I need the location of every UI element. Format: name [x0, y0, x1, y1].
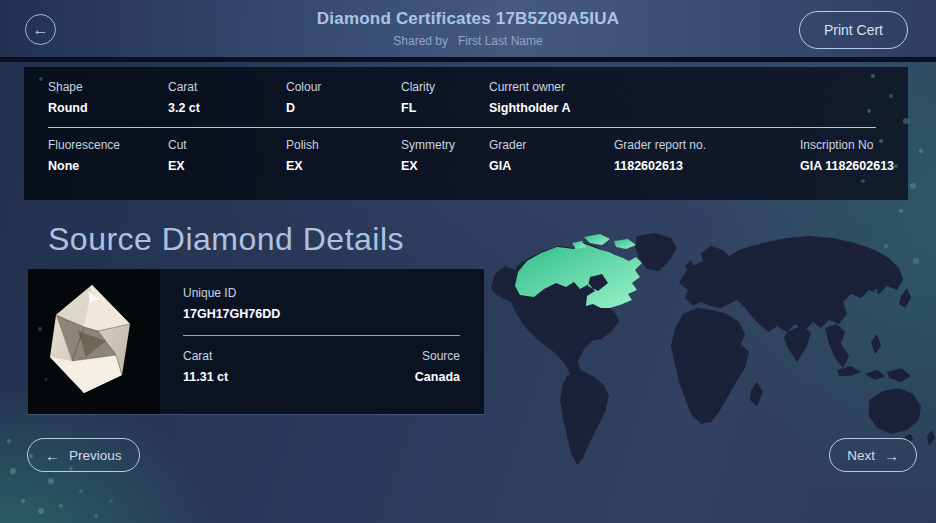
- source-card-body: Unique ID 17GH17GH76DD Carat 11.31 ct So…: [160, 269, 484, 414]
- print-cert-button[interactable]: Print Cert: [799, 11, 908, 49]
- field-label: Current owner: [489, 80, 570, 94]
- card-divider: [183, 335, 460, 336]
- next-button-label: Next: [847, 448, 875, 463]
- field-polish: Polish EX: [286, 138, 319, 173]
- field-grader-report-no: Grader report no. 1182602613: [614, 138, 706, 173]
- field-value: EX: [286, 159, 319, 173]
- field-label: Carat: [168, 80, 200, 94]
- carat-label: Carat: [183, 349, 228, 363]
- source-label: Source: [415, 349, 460, 363]
- field-value: None: [48, 159, 120, 173]
- unique-id-label: Unique ID: [183, 286, 460, 300]
- carat-column: Carat 11.31 ct: [183, 349, 228, 384]
- field-value: 1182602613: [614, 159, 706, 173]
- field-value: EX: [401, 159, 455, 173]
- field-label: Shape: [48, 80, 88, 94]
- field-shape: Shape Round: [48, 80, 88, 115]
- field-cut: Cut EX: [168, 138, 187, 173]
- next-button[interactable]: Next →: [829, 438, 917, 472]
- field-value: FL: [401, 101, 435, 115]
- source-value: Canada: [415, 370, 460, 384]
- panel-divider: [48, 127, 876, 128]
- field-grader: Grader GIA: [489, 138, 526, 173]
- header-bar: ← Diamond Certificates 17B5Z09A5IUA Shar…: [0, 0, 936, 62]
- previous-button-label: Previous: [69, 448, 122, 463]
- source-column: Source Canada: [415, 349, 460, 384]
- field-value: EX: [168, 159, 187, 173]
- arrow-right-icon: →: [884, 447, 899, 464]
- source-diamond-card: Unique ID 17GH17GH76DD Carat 11.31 ct So…: [28, 269, 484, 414]
- field-label: Clarity: [401, 80, 435, 94]
- field-value: Sightholder A: [489, 101, 570, 115]
- field-label: Grader report no.: [614, 138, 706, 152]
- certificate-details-panel: Shape Round Carat 3.2 ct Colour D Clarit…: [24, 67, 908, 200]
- field-label: Colour: [286, 80, 321, 94]
- carat-value: 11.31 ct: [183, 370, 228, 384]
- field-value: GIA 1182602613: [800, 159, 894, 173]
- field-label: Cut: [168, 138, 187, 152]
- field-fluorescence: Fluorescence None: [48, 138, 120, 173]
- field-value: D: [286, 101, 321, 115]
- field-label: Inscription No: [800, 138, 894, 152]
- field-label: Grader: [489, 138, 526, 152]
- field-clarity: Clarity FL: [401, 80, 435, 115]
- field-value: 3.2 ct: [168, 101, 200, 115]
- shared-by-line: Shared byFirst Last Name: [0, 34, 936, 48]
- field-value: Round: [48, 101, 88, 115]
- source-diamond-details-heading: Source Diamond Details: [48, 221, 404, 258]
- field-symmetry: Symmetry EX: [401, 138, 455, 173]
- previous-button[interactable]: ← Previous: [27, 438, 140, 472]
- field-current-owner: Current owner Sightholder A: [489, 80, 570, 115]
- field-label: Symmetry: [401, 138, 455, 152]
- field-colour: Colour D: [286, 80, 321, 115]
- field-carat: Carat 3.2 ct: [168, 80, 200, 115]
- field-value: GIA: [489, 159, 526, 173]
- field-inscription-no: Inscription No GIA 1182602613: [800, 138, 894, 173]
- rough-diamond-photo: [28, 269, 160, 414]
- field-label: Polish: [286, 138, 319, 152]
- arrow-left-icon: ←: [45, 447, 60, 464]
- shared-by-name: First Last Name: [458, 34, 543, 48]
- shared-by-label: Shared by: [393, 34, 448, 48]
- page-title: Diamond Certificates 17B5Z09A5IUA: [0, 9, 936, 29]
- field-label: Fluorescence: [48, 138, 120, 152]
- unique-id-value: 17GH17GH76DD: [183, 307, 460, 321]
